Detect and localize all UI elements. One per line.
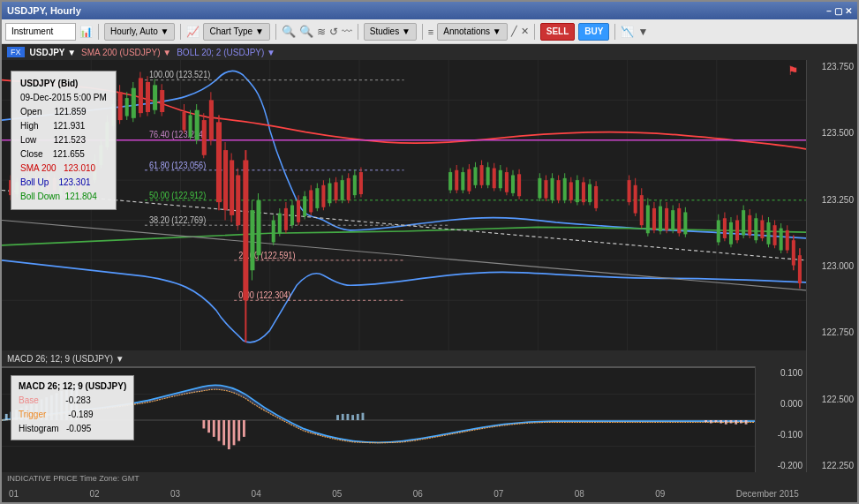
svg-rect-258: [720, 420, 722, 424]
svg-rect-225: [5, 414, 8, 420]
main-window: USDJPY, Hourly − ▢ ✕ Instrument 📊 Hourly…: [0, 0, 859, 504]
month-label: December 2015: [736, 489, 799, 499]
main-chart-section: 100.00 (123.521) 76.40 (123.234) 61.80 (…: [2, 60, 857, 472]
svg-rect-243: [218, 420, 221, 441]
performance-icon[interactable]: 📉: [621, 26, 634, 38]
timeframe-selector[interactable]: Hourly, Auto ▼: [104, 23, 175, 41]
price-6: 122.250: [810, 461, 854, 470]
svg-rect-256: [710, 420, 712, 424]
tooltip-bolldown: Boll Down 121.804: [20, 190, 107, 204]
instrument-selector[interactable]: Instrument: [5, 23, 76, 41]
tooltip-low: Low 121.523: [20, 133, 107, 147]
svg-rect-84: [209, 100, 214, 139]
separator-4: [358, 24, 358, 40]
macd-trigger: Trigger -0.189: [19, 408, 126, 422]
svg-rect-254: [362, 413, 365, 420]
main-price-chart[interactable]: 100.00 (123.521) 76.40 (123.234) 61.80 (…: [2, 60, 806, 350]
time-09: 09: [655, 489, 665, 499]
time-03: 03: [170, 489, 180, 499]
svg-text:38.20 (122.769): 38.20 (122.769): [149, 214, 206, 225]
window-title: USDJPY, Hourly: [7, 5, 81, 16]
time-05: 05: [332, 489, 342, 499]
macd-label[interactable]: MACD 26; 12; 9 (USDJPY) ▼: [7, 354, 124, 364]
tooltip-close: Close 121.655: [20, 147, 107, 162]
time-axis: 01 02 03 04 05 06 07 08 09 December 2015: [2, 485, 857, 502]
tooltip-high: High 121.931: [20, 119, 107, 133]
separator-3: [275, 24, 276, 40]
price-chart-svg: 100.00 (123.521) 76.40 (123.234) 61.80 (…: [2, 60, 806, 350]
price-1: 123.500: [810, 128, 854, 138]
studies-btn[interactable]: Studies ▼: [364, 23, 417, 41]
time-01: 01: [9, 489, 19, 499]
price-5: 122.500: [810, 395, 854, 404]
minimize-btn[interactable]: −: [826, 6, 832, 16]
separator-1: [98, 24, 99, 40]
tooltip-open: Open 121.859: [20, 105, 107, 119]
price-4: 122.750: [810, 327, 854, 337]
buy-button[interactable]: BUY: [578, 23, 609, 41]
wave-icon[interactable]: 〰: [342, 26, 352, 38]
price-2: 123.250: [810, 195, 854, 205]
zoom-in-btn[interactable]: 🔍: [282, 25, 296, 38]
more-icon[interactable]: ▼: [637, 26, 648, 38]
time-07: 07: [494, 489, 503, 499]
macd-base: Base -0.283: [19, 394, 126, 408]
fx-badge: FX: [7, 47, 25, 57]
toolbar: Instrument 📊 Hourly, Auto ▼ 📈 Chart Type…: [2, 19, 857, 44]
svg-rect-242: [213, 420, 215, 437]
compare-icon[interactable]: ≋: [317, 26, 326, 38]
flag-icon[interactable]: ⚑: [787, 64, 799, 78]
svg-rect-245: [228, 420, 230, 449]
price-right-axis: 123.750 123.500 123.250 123.000 122.750 …: [806, 60, 857, 472]
tooltip-bollup: Boll Up 123.301: [20, 176, 107, 190]
close-btn[interactable]: ✕: [845, 6, 852, 16]
annotations-btn[interactable]: Annotations ▼: [437, 23, 508, 41]
instrument-icon[interactable]: 📊: [79, 26, 93, 38]
macd-info-bar: MACD 26; 12; 9 (USDJPY) ▼: [2, 350, 806, 366]
draw-line-icon[interactable]: ╱: [511, 26, 517, 37]
sell-button[interactable]: SELL: [540, 23, 576, 41]
macd-tooltip-title: MACD 26; 12; 9 (USDJPY): [19, 380, 126, 394]
maximize-btn[interactable]: ▢: [834, 6, 842, 16]
zoom-out-btn[interactable]: 🔍: [299, 25, 313, 38]
time-08: 08: [575, 489, 584, 499]
price-0: 123.750: [810, 62, 854, 71]
chart-info-bar: FX USDJPY ▼ SMA 200 (USDJPY) ▼ BOLL 20; …: [2, 44, 857, 60]
svg-text:100.00 (123.521): 100.00 (123.521): [149, 70, 210, 80]
macd-histogram: Histogram -0.095: [19, 422, 126, 436]
macd-tooltip: MACD 26; 12; 9 (USDJPY) Base -0.283 Trig…: [11, 375, 134, 440]
boll-label[interactable]: BOLL 20; 2 (USDJPY) ▼: [177, 48, 275, 57]
sma-label[interactable]: SMA 200 (USDJPY) ▼: [81, 48, 171, 57]
chart-type-btn[interactable]: Chart Type ▼: [203, 23, 269, 41]
svg-rect-253: [357, 414, 359, 420]
macd-section: MACD 26; 12; 9 (USDJPY) Base -0.283 Trig…: [2, 366, 806, 472]
svg-rect-261: [735, 420, 737, 425]
time-04: 04: [252, 489, 261, 499]
macd-right-axis: 0.100 0.000 -0.100 -0.200: [755, 366, 806, 472]
tooltip-sma: SMA 200 123.010: [20, 162, 107, 176]
separator-7: [614, 24, 615, 40]
window-controls[interactable]: − ▢ ✕: [826, 6, 852, 16]
refresh-icon[interactable]: ↺: [329, 26, 338, 38]
svg-rect-252: [351, 415, 354, 420]
svg-rect-247: [237, 420, 240, 441]
svg-rect-240: [202, 420, 205, 428]
tooltip-date: 09-Dec-2015 5:00 PM: [20, 91, 107, 105]
svg-rect-249: [336, 415, 339, 420]
macd-axis-0: 0.100: [759, 368, 802, 378]
price-3: 123.000: [810, 261, 854, 271]
delete-icon[interactable]: ✕: [521, 26, 529, 37]
macd-chart[interactable]: MACD 26; 12; 9 (USDJPY) Base -0.283 Trig…: [2, 366, 755, 472]
svg-rect-255: [705, 420, 707, 422]
separator-5: [422, 24, 423, 40]
svg-text:50.00 (122.912): 50.00 (122.912): [149, 190, 206, 200]
separator-6: [534, 24, 535, 40]
symbol-label[interactable]: USDJPY ▼: [30, 48, 77, 57]
menu-icon[interactable]: ≡: [428, 26, 433, 37]
candlestick-icon[interactable]: 📈: [186, 26, 200, 38]
svg-rect-241: [207, 420, 210, 433]
svg-rect-246: [233, 420, 236, 445]
time-02: 02: [90, 489, 100, 499]
svg-text:61.80 (123.056): 61.80 (123.056): [149, 160, 206, 170]
svg-rect-259: [725, 420, 727, 425]
